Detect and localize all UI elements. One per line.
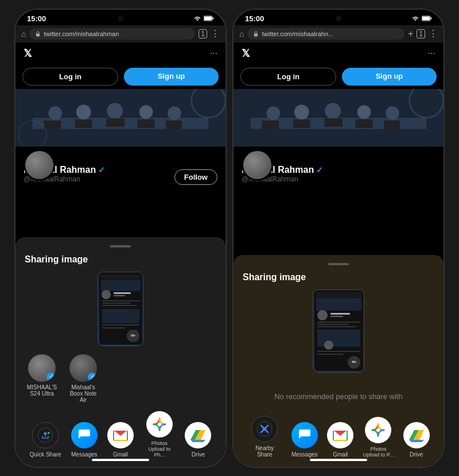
more-icon-right[interactable]: ⋮ [429, 28, 438, 39]
app-item-gmail-left[interactable]: Gmail [107, 422, 134, 458]
url-bar-left[interactable]: twitter.com/mishaalrahman [29, 28, 195, 40]
battery-icon-left [204, 16, 214, 21]
gmail-svg-left [113, 429, 128, 441]
svg-point-45 [357, 105, 371, 119]
svg-rect-61 [317, 326, 356, 327]
signup-button-right[interactable]: Sign up [342, 68, 437, 86]
contact-name-1: Mishaal's Boox Note Air [66, 384, 100, 403]
app-item-quick-share[interactable]: Quick Share [30, 422, 61, 458]
avatar-right [242, 149, 273, 181]
app-item-messages-left[interactable]: Messages [71, 422, 98, 458]
nav-line-left [92, 459, 149, 461]
follow-button-left[interactable]: Follow [174, 169, 217, 185]
photos-icon-right [365, 417, 391, 443]
share-title-right: Sharing image [243, 272, 434, 282]
banner-svg-right [234, 89, 444, 146]
svg-point-10 [168, 106, 181, 120]
svg-point-7 [76, 105, 91, 119]
svg-rect-28 [102, 324, 139, 326]
right-phone-screen: 15:00 ⌂ twitter.com/mishaalra [234, 10, 444, 467]
browser-bar-left[interactable]: ⌂ twitter.com/mishaalrahman 1 ⋮ [15, 25, 225, 42]
app-item-photos-right[interactable]: PhotosUpload to P... [363, 417, 394, 458]
messages-svg-right [298, 428, 312, 442]
svg-rect-37 [431, 18, 432, 20]
svg-rect-26 [102, 305, 137, 306]
share-sheet-right: Sharing image [234, 255, 444, 467]
svg-rect-19 [101, 274, 141, 279]
svg-rect-51 [384, 120, 400, 129]
apps-row-left: Quick Share Messages [25, 411, 216, 458]
quick-share-svg [37, 427, 53, 443]
no-recommended-text: No recommended people to share with [243, 381, 434, 412]
tab-icon-right[interactable]: 1 [417, 29, 425, 38]
drive-icon-right [403, 422, 430, 448]
twitter-more-right[interactable]: ··· [428, 48, 435, 59]
login-button-left[interactable]: Log in [22, 68, 118, 86]
svg-rect-3 [36, 33, 40, 36]
svg-point-63 [324, 340, 333, 350]
svg-rect-20 [101, 280, 141, 291]
battery-icon-right [422, 16, 432, 21]
svg-rect-38 [422, 17, 430, 20]
svg-rect-11 [44, 120, 61, 129]
edit-badge-left[interactable]: ✏ [127, 330, 139, 342]
svg-rect-15 [166, 120, 182, 129]
photos-svg-right [371, 423, 386, 438]
photos-svg-left [152, 417, 167, 432]
home-icon-right[interactable]: ⌂ [239, 29, 244, 38]
twitter-header-left: 𝕏 ··· [15, 42, 225, 64]
twitter-header-right: 𝕏 ··· [234, 42, 444, 64]
status-time-right: 15:00 [245, 14, 264, 23]
svg-rect-1 [213, 18, 214, 20]
app-item-drive-right[interactable]: Drive [403, 422, 430, 458]
twitter-more-left[interactable]: ··· [210, 48, 217, 59]
svg-rect-25 [102, 303, 131, 304]
app-item-nearby-share[interactable]: Nearby Share [247, 416, 282, 458]
nearby-share-icon [251, 416, 278, 442]
contact-badge-1: ↺ [88, 373, 97, 382]
svg-rect-47 [262, 120, 279, 129]
app-item-photos-left[interactable]: PhotosUpload to Ph... [143, 411, 175, 458]
quick-share-icon [32, 422, 59, 448]
tab-icon-left[interactable]: 1 [199, 29, 207, 38]
home-icon-left[interactable]: ⌂ [21, 29, 26, 38]
camera-notch-right [336, 16, 341, 21]
banner-svg-left [15, 89, 225, 146]
add-tab-icon-right[interactable]: + [408, 29, 413, 39]
svg-rect-49 [324, 118, 343, 126]
app-item-messages-right[interactable]: Messages [291, 422, 318, 458]
wifi-icon-left [193, 16, 201, 21]
banner-image-right [234, 89, 444, 146]
svg-rect-23 [114, 295, 125, 296]
url-bar-right[interactable]: twitter.com/mishaalrahn... [247, 28, 404, 40]
share-handle-left [110, 245, 131, 247]
edit-badge-right[interactable]: ✏ [348, 356, 360, 369]
browser-bar-right[interactable]: ⌂ twitter.com/mishaalrahn... + 1 ⋮ [234, 25, 444, 42]
contact-item-0[interactable]: ↺ MISHAAL'S S24 Ultra [25, 354, 59, 403]
lock-icon-right [253, 31, 259, 37]
gmail-icon-left [107, 422, 134, 448]
svg-rect-39 [254, 33, 258, 36]
app-item-drive-left[interactable]: Drive [185, 422, 211, 458]
contact-item-1[interactable]: ↺ Mishaal's Boox Note Air [66, 354, 100, 403]
messages-icon-left [71, 422, 98, 448]
more-icon-left[interactable]: ⋮ [211, 28, 220, 39]
app-item-gmail-right[interactable]: Gmail [327, 422, 353, 458]
login-button-right[interactable]: Log in [240, 68, 336, 86]
svg-rect-13 [106, 118, 125, 126]
svg-rect-27 [102, 309, 139, 323]
share-title-left: Sharing image [25, 254, 216, 265]
share-sheet-left: Sharing image [15, 237, 225, 467]
avatar-left [24, 149, 55, 181]
verified-badge-left: ✓ [98, 165, 105, 175]
messages-icon-right [291, 422, 318, 448]
signup-button-left[interactable]: Sign up [124, 68, 219, 86]
profile-section-right: Mishaal Rahman ✓ @MishaalRahman [234, 165, 444, 188]
svg-rect-29 [102, 327, 125, 328]
profile-banner-right [234, 89, 444, 146]
nav-bar-left [15, 455, 225, 465]
svg-point-46 [386, 106, 399, 120]
right-phone: 15:00 ⌂ twitter.com/mishaalra [232, 9, 445, 468]
avatar-image-left [25, 151, 53, 179]
nav-line-right [310, 459, 367, 461]
